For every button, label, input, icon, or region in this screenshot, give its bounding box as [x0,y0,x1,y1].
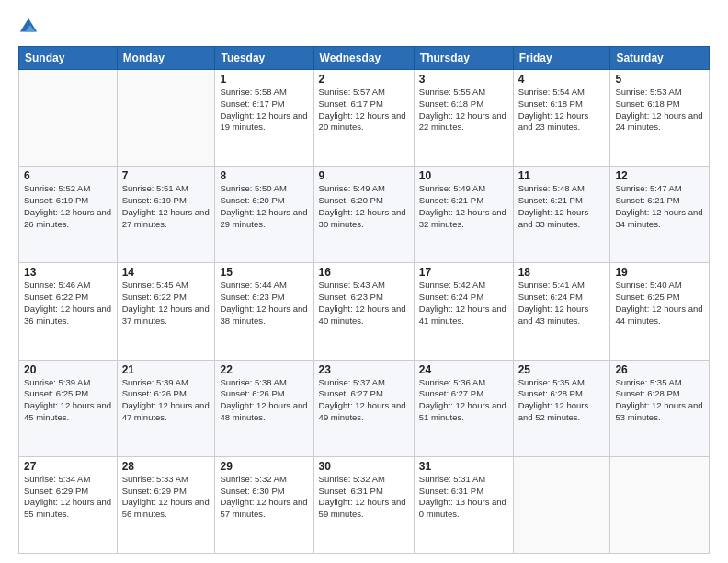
day-cell: 12Sunrise: 5:47 AM Sunset: 6:21 PM Dayli… [610,167,710,263]
day-number: 20 [24,363,112,376]
day-number: 10 [419,169,508,182]
header-cell-thursday: Thursday [414,47,513,70]
day-info: Sunrise: 5:37 AM Sunset: 6:27 PM Dayligh… [319,377,409,424]
day-number: 14 [122,266,210,279]
day-cell: 3Sunrise: 5:55 AM Sunset: 6:18 PM Daylig… [414,70,513,167]
day-info: Sunrise: 5:43 AM Sunset: 6:23 PM Dayligh… [319,280,409,327]
day-cell: 21Sunrise: 5:39 AM Sunset: 6:26 PM Dayli… [117,360,215,456]
day-number: 24 [419,363,508,376]
day-cell: 24Sunrise: 5:36 AM Sunset: 6:27 PM Dayli… [414,360,513,456]
day-info: Sunrise: 5:35 AM Sunset: 6:28 PM Dayligh… [615,377,704,424]
day-cell: 5Sunrise: 5:53 AM Sunset: 6:18 PM Daylig… [610,70,710,167]
day-info: Sunrise: 5:58 AM Sunset: 6:17 PM Dayligh… [220,86,308,133]
day-number: 15 [220,266,308,279]
header-row: SundayMondayTuesdayWednesdayThursdayFrid… [19,47,710,70]
day-cell: 25Sunrise: 5:35 AM Sunset: 6:28 PM Dayli… [513,360,610,456]
header-cell-sunday: Sunday [19,47,118,70]
day-cell: 1Sunrise: 5:58 AM Sunset: 6:17 PM Daylig… [215,70,313,167]
logo-icon [18,17,39,37]
day-cell: 29Sunrise: 5:32 AM Sunset: 6:30 PM Dayli… [215,456,313,553]
day-cell: 30Sunrise: 5:32 AM Sunset: 6:31 PM Dayli… [313,456,414,553]
page: SundayMondayTuesdayWednesdayThursdayFrid… [0,0,728,563]
day-cell: 2Sunrise: 5:57 AM Sunset: 6:17 PM Daylig… [313,70,414,167]
day-info: Sunrise: 5:45 AM Sunset: 6:22 PM Dayligh… [122,280,210,327]
calendar-header: SundayMondayTuesdayWednesdayThursdayFrid… [19,47,710,70]
day-number: 23 [319,363,409,376]
day-info: Sunrise: 5:40 AM Sunset: 6:25 PM Dayligh… [615,280,704,327]
day-info: Sunrise: 5:39 AM Sunset: 6:25 PM Dayligh… [24,377,112,424]
day-info: Sunrise: 5:51 AM Sunset: 6:19 PM Dayligh… [122,183,210,230]
day-cell: 14Sunrise: 5:45 AM Sunset: 6:22 PM Dayli… [117,263,215,360]
week-row-3: 20Sunrise: 5:39 AM Sunset: 6:25 PM Dayli… [19,360,710,456]
day-number: 3 [419,73,508,86]
calendar: SundayMondayTuesdayWednesdayThursdayFrid… [18,46,710,554]
day-info: Sunrise: 5:50 AM Sunset: 6:20 PM Dayligh… [220,183,308,230]
day-number: 30 [319,460,409,473]
header [18,17,710,37]
week-row-0: 1Sunrise: 5:58 AM Sunset: 6:17 PM Daylig… [19,70,710,167]
day-info: Sunrise: 5:44 AM Sunset: 6:23 PM Dayligh… [220,280,308,327]
week-row-4: 27Sunrise: 5:34 AM Sunset: 6:29 PM Dayli… [19,456,710,553]
day-cell: 27Sunrise: 5:34 AM Sunset: 6:29 PM Dayli… [19,456,118,553]
day-number: 22 [220,363,308,376]
day-number: 6 [24,169,112,182]
day-number: 2 [319,73,409,86]
day-number: 7 [122,169,210,182]
day-info: Sunrise: 5:38 AM Sunset: 6:26 PM Dayligh… [220,377,308,424]
day-info: Sunrise: 5:49 AM Sunset: 6:20 PM Dayligh… [319,183,409,230]
day-number: 1 [220,73,308,86]
day-info: Sunrise: 5:48 AM Sunset: 6:21 PM Dayligh… [518,183,606,230]
day-info: Sunrise: 5:49 AM Sunset: 6:21 PM Dayligh… [419,183,508,230]
day-number: 28 [122,460,210,473]
day-cell: 8Sunrise: 5:50 AM Sunset: 6:20 PM Daylig… [215,167,313,263]
day-number: 11 [518,169,606,182]
day-info: Sunrise: 5:46 AM Sunset: 6:22 PM Dayligh… [24,280,112,327]
day-info: Sunrise: 5:55 AM Sunset: 6:18 PM Dayligh… [419,86,508,133]
day-info: Sunrise: 5:36 AM Sunset: 6:27 PM Dayligh… [419,377,508,424]
day-cell [610,456,710,553]
week-row-2: 13Sunrise: 5:46 AM Sunset: 6:22 PM Dayli… [19,263,710,360]
day-number: 13 [24,266,112,279]
day-cell: 26Sunrise: 5:35 AM Sunset: 6:28 PM Dayli… [610,360,710,456]
calendar-body: 1Sunrise: 5:58 AM Sunset: 6:17 PM Daylig… [19,70,710,554]
day-cell: 19Sunrise: 5:40 AM Sunset: 6:25 PM Dayli… [610,263,710,360]
day-number: 16 [319,266,409,279]
day-cell: 28Sunrise: 5:33 AM Sunset: 6:29 PM Dayli… [117,456,215,553]
day-cell: 9Sunrise: 5:49 AM Sunset: 6:20 PM Daylig… [313,167,414,263]
day-cell: 16Sunrise: 5:43 AM Sunset: 6:23 PM Dayli… [313,263,414,360]
header-cell-monday: Monday [117,47,215,70]
header-cell-tuesday: Tuesday [215,47,313,70]
day-number: 25 [518,363,606,376]
day-cell: 22Sunrise: 5:38 AM Sunset: 6:26 PM Dayli… [215,360,313,456]
day-info: Sunrise: 5:57 AM Sunset: 6:17 PM Dayligh… [319,86,409,133]
day-number: 18 [518,266,606,279]
day-number: 17 [419,266,508,279]
day-info: Sunrise: 5:47 AM Sunset: 6:21 PM Dayligh… [615,183,704,230]
day-info: Sunrise: 5:54 AM Sunset: 6:18 PM Dayligh… [518,86,606,133]
day-info: Sunrise: 5:32 AM Sunset: 6:31 PM Dayligh… [319,474,409,521]
header-cell-wednesday: Wednesday [313,47,414,70]
day-number: 4 [518,73,606,86]
header-cell-saturday: Saturday [610,47,710,70]
day-number: 27 [24,460,112,473]
calendar-table: SundayMondayTuesdayWednesdayThursdayFrid… [18,46,710,554]
day-number: 5 [615,73,704,86]
day-cell [513,456,610,553]
day-number: 21 [122,363,210,376]
day-cell: 10Sunrise: 5:49 AM Sunset: 6:21 PM Dayli… [414,167,513,263]
day-cell: 4Sunrise: 5:54 AM Sunset: 6:18 PM Daylig… [513,70,610,167]
day-number: 26 [615,363,704,376]
logo [18,17,42,37]
day-number: 9 [319,169,409,182]
day-cell: 13Sunrise: 5:46 AM Sunset: 6:22 PM Dayli… [19,263,118,360]
day-cell: 23Sunrise: 5:37 AM Sunset: 6:27 PM Dayli… [313,360,414,456]
day-number: 19 [615,266,704,279]
day-cell: 7Sunrise: 5:51 AM Sunset: 6:19 PM Daylig… [117,167,215,263]
day-number: 12 [615,169,704,182]
day-info: Sunrise: 5:52 AM Sunset: 6:19 PM Dayligh… [24,183,112,230]
day-cell: 15Sunrise: 5:44 AM Sunset: 6:23 PM Dayli… [215,263,313,360]
day-cell [117,70,215,167]
header-cell-friday: Friday [513,47,610,70]
week-row-1: 6Sunrise: 5:52 AM Sunset: 6:19 PM Daylig… [19,167,710,263]
day-number: 29 [220,460,308,473]
